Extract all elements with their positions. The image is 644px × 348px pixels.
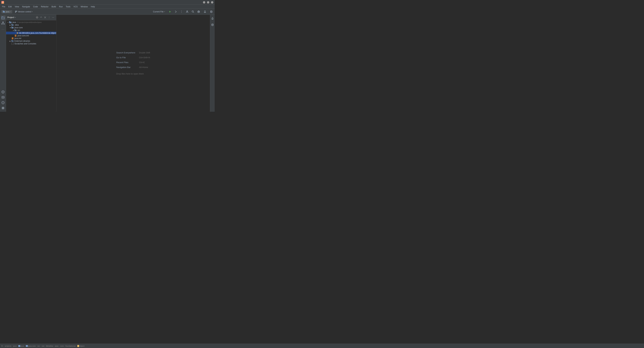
- iml-file-icon-java: [12, 37, 14, 39]
- account-button[interactable]: [185, 10, 189, 14]
- svg-rect-52: [12, 37, 14, 39]
- tree-label-java: java: [12, 21, 16, 23]
- tree-item-scratches[interactable]: ▶ Scratches and Consoles: [6, 42, 56, 45]
- svg-rect-30: [2, 108, 3, 109]
- menu-navigate[interactable]: Navigate: [21, 5, 31, 8]
- run-activity-icon[interactable]: [1, 90, 5, 94]
- debug-button[interactable]: [174, 10, 178, 14]
- menu-window[interactable]: Window: [79, 5, 89, 8]
- right-database-icon[interactable]: [210, 22, 215, 27]
- version-control-label: Version control: [18, 10, 31, 13]
- more-activity-icon[interactable]: ⋯: [1, 27, 5, 31]
- navigation-bar-item[interactable]: Navigation Bar Alt+Home: [116, 66, 148, 68]
- menu-view[interactable]: View: [14, 5, 20, 8]
- svg-rect-46: [14, 30, 16, 31]
- svg-rect-1: [3, 11, 4, 11]
- tree-item-java-core-iml[interactable]: ▶ java-core.iml: [6, 34, 56, 37]
- menu-refactor[interactable]: Refactor: [40, 5, 50, 8]
- locate-button[interactable]: [36, 16, 39, 19]
- structure-icon: [1, 21, 5, 25]
- settings-icon: [198, 10, 200, 13]
- project-label: java: [6, 10, 10, 13]
- more-actions-icon: ⋮: [180, 10, 183, 13]
- menu-vcs[interactable]: VCS: [72, 5, 79, 8]
- quick-access-panel: Search Everywhere Double Shift Go to Fil…: [116, 51, 150, 75]
- run-button[interactable]: [168, 10, 172, 14]
- panel-more-button[interactable]: ⋮: [48, 16, 51, 19]
- main-layout: ⋯: [0, 15, 215, 112]
- tree-path-java: D:\projects\java\ittimeline\java: [17, 21, 42, 23]
- panel-minimize-button[interactable]: —: [52, 16, 55, 19]
- arrow-java-root: ▾: [7, 21, 9, 23]
- menu-edit[interactable]: Edit: [7, 5, 13, 8]
- close-panel-button[interactable]: [44, 16, 47, 19]
- navigation-bar-shortcut: Alt+Home: [139, 66, 148, 68]
- go-to-file-item[interactable]: Go to File Ctrl+Shift+N: [116, 56, 150, 59]
- current-file-selector[interactable]: Current File ▾: [152, 10, 166, 13]
- version-control-selector[interactable]: Version control ▾: [14, 10, 34, 13]
- arrow-external: ▶: [9, 40, 12, 42]
- arrow-java-core: ▾: [9, 27, 12, 29]
- svg-point-56: [212, 24, 213, 24]
- tree-label-java-iml: java.iml: [14, 37, 21, 39]
- svg-rect-40: [9, 22, 12, 23]
- search-everywhere-label: Search Everywhere: [116, 51, 136, 54]
- tree-item-java-core[interactable]: ▾ java-core: [6, 26, 56, 29]
- tree-item-external-libraries[interactable]: ▶ External Libraries: [6, 40, 56, 42]
- account-icon: [186, 10, 188, 13]
- plugins-activity-icon[interactable]: [1, 106, 5, 110]
- svg-marker-6: [170, 11, 171, 12]
- svg-rect-43: [12, 24, 12, 24]
- tree-item-src[interactable]: ▾ src: [6, 29, 56, 32]
- tree-item-java-iml[interactable]: ▶ java.iml: [6, 37, 56, 40]
- more-actions-button[interactable]: ⋮: [180, 10, 184, 14]
- problems-icon: [2, 101, 4, 104]
- project-selector[interactable]: java ▾: [1, 10, 12, 13]
- notifications-button[interactable]: [203, 10, 207, 14]
- svg-line-16: [2, 23, 3, 24]
- settings-button[interactable]: [196, 10, 200, 14]
- maximize-button[interactable]: [207, 1, 209, 3]
- svg-point-13: [2, 22, 3, 23]
- database-icon: [210, 10, 212, 13]
- panel-actions: ⋮ —: [36, 16, 55, 19]
- recent-files-shortcut: Ctrl+E: [139, 61, 145, 64]
- module-folder-icon: [9, 21, 12, 23]
- svg-rect-29: [3, 107, 4, 108]
- tree-item-idea[interactable]: ▶ .idea: [6, 24, 56, 26]
- svg-rect-41: [9, 21, 10, 22]
- svg-rect-55: [12, 43, 14, 44]
- menu-file[interactable]: File: [1, 5, 6, 8]
- ellipsis-icon: ⋯: [2, 27, 4, 31]
- search-everywhere-item[interactable]: Search Everywhere Double Shift: [116, 51, 150, 54]
- toolbar-right: Current File ▾ ⋮: [152, 10, 213, 14]
- menu-run[interactable]: Run: [58, 5, 64, 8]
- tree-item-java-root[interactable]: ▾ java D:\projects\java\ittimeline\java: [6, 21, 56, 24]
- menu-tools[interactable]: Tools: [64, 5, 72, 8]
- menu-help[interactable]: Help: [90, 5, 96, 8]
- panel-title-text: Project: [8, 16, 14, 18]
- recent-files-item[interactable]: Recent Files Ctrl+E: [116, 61, 145, 64]
- minimize-button[interactable]: [203, 1, 205, 3]
- right-notifications-icon[interactable]: [210, 16, 215, 21]
- svg-rect-44: [12, 27, 14, 28]
- problems-activity-icon[interactable]: [1, 100, 5, 105]
- project-activity-icon[interactable]: [1, 15, 5, 20]
- tree-item-selected-file[interactable]: ▶ net.ittimeline.java.core.foundational.…: [6, 32, 56, 34]
- arrow-idea: ▶: [9, 24, 12, 26]
- structure-activity-icon[interactable]: [1, 21, 5, 25]
- profiler-activity-icon[interactable]: [1, 95, 5, 100]
- menu-code[interactable]: Code: [32, 5, 39, 8]
- menu-build[interactable]: Build: [50, 5, 57, 8]
- panel-minimize-icon: —: [52, 16, 54, 18]
- close-button[interactable]: [211, 1, 213, 3]
- collapse-all-button[interactable]: [40, 16, 43, 19]
- activity-bar: ⋯: [0, 15, 6, 112]
- collapse-icon: [40, 16, 42, 18]
- svg-point-14: [2, 24, 2, 24]
- search-button[interactable]: [191, 10, 195, 14]
- drop-hint-text: Drop files here to open them: [116, 72, 144, 75]
- tree-label-java-core: java-core: [14, 26, 23, 29]
- database-button[interactable]: [209, 10, 213, 14]
- search-everywhere-shortcut: Double Shift: [139, 52, 150, 54]
